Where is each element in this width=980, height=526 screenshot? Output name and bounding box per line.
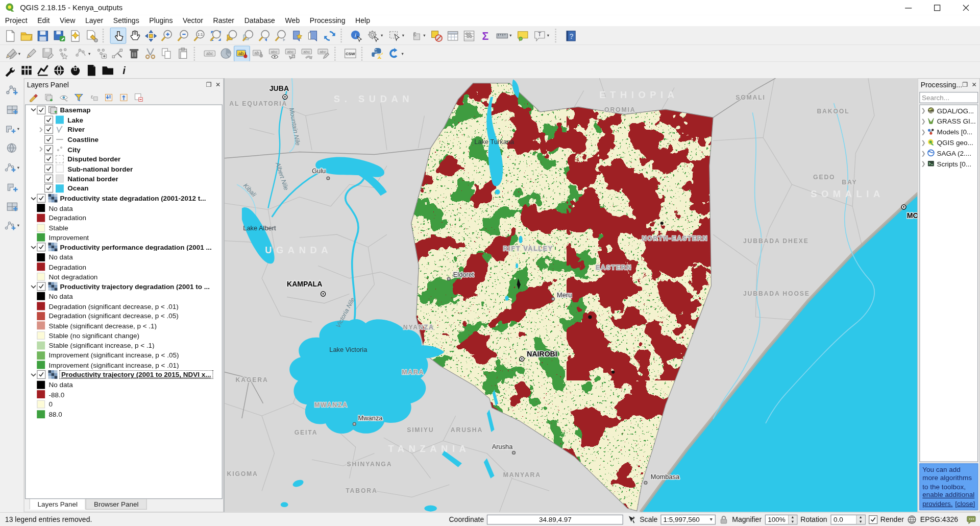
attribute-table-button[interactable] — [445, 28, 461, 44]
zoom-in-button[interactable] — [159, 28, 175, 44]
chevron-right-icon[interactable] — [37, 147, 44, 152]
add-vector-button[interactable] — [4, 82, 20, 98]
chevron-right-icon[interactable]: ❯ — [920, 139, 926, 145]
chevron-right-icon[interactable]: ❯ — [920, 118, 926, 124]
lp-remove-button[interactable] — [132, 91, 145, 105]
chevron-right-icon[interactable]: ❯ — [920, 150, 926, 156]
bookmark-new-button[interactable] — [289, 28, 305, 44]
layer-item-ocean[interactable]: Ocean — [26, 183, 222, 193]
plug-grid-button[interactable] — [18, 62, 35, 79]
label-pin-button[interactable] — [250, 45, 266, 62]
tab-browser-panel[interactable]: Browser Panel — [86, 499, 146, 510]
layer-item-river[interactable]: River — [26, 125, 222, 134]
zoom-next-button[interactable] — [273, 28, 289, 44]
chevron-right-icon[interactable]: ❯ — [920, 129, 926, 135]
menu-item-plugins[interactable]: Plugins — [144, 15, 178, 26]
map-tips-button[interactable] — [514, 28, 531, 44]
measure-button[interactable]: ▾ — [493, 28, 514, 44]
legend-item-degradation[interactable]: Degradation — [26, 262, 222, 272]
plug-wrench-button[interactable] — [2, 62, 18, 79]
layer-item-coastline[interactable]: Coastline — [26, 134, 222, 144]
statistics-button[interactable] — [460, 28, 477, 44]
zoom-selection-button[interactable] — [224, 28, 240, 44]
layer-item-lake[interactable]: Lake — [26, 115, 222, 125]
csw-button[interactable] — [342, 45, 358, 62]
panel-float-icon[interactable]: ❐ — [206, 82, 212, 88]
rotation-spinner[interactable]: 0.0▲▼ — [830, 514, 866, 524]
plug-folder-button[interactable] — [100, 62, 116, 79]
menu-item-vector[interactable]: Vector — [178, 15, 208, 26]
layer-checkbox[interactable] — [44, 184, 53, 193]
identify-button[interactable] — [348, 28, 364, 44]
copy-features-button[interactable] — [158, 45, 175, 62]
text-annotation-button[interactable]: ▾ — [531, 28, 552, 44]
layer-item-productivity-state-degradation-2001-2012[interactable]: Productivity state degradation (2001-201… — [26, 194, 222, 203]
lp-style-button[interactable] — [27, 91, 41, 105]
chevron-down-icon[interactable] — [30, 196, 37, 201]
map-canvas[interactable]: S. SUDANETHIOPIASOMALIAUGANDATANZANIAAL … — [224, 78, 917, 512]
menu-item-edit[interactable]: Edit — [32, 15, 55, 26]
legend-item-no-data[interactable]: No data — [26, 252, 222, 262]
panel-close-icon[interactable]: ✕ — [972, 82, 977, 88]
processing-provider-models-0[interactable]: ❯Models [0... — [920, 126, 977, 137]
layer-item-national-border[interactable]: National border — [26, 174, 222, 183]
crs-globe-icon[interactable] — [907, 514, 917, 524]
layer-item-productivity-trajectory-degradation-2001[interactable]: Productivity trajectory degradation (200… — [26, 281, 222, 291]
close-notice-link[interactable]: [close] — [955, 499, 975, 508]
legend-item-stable-significant-increase-p-1-[interactable]: Stable (significant increase, p < .1) — [26, 341, 222, 350]
layer-checkbox[interactable] — [37, 243, 45, 252]
legend-item-not-degradation[interactable]: Not degradation — [26, 272, 222, 281]
layer-item-productivity-performance-degradation-200[interactable]: Productivity performance degradation (20… — [26, 243, 222, 252]
chevron-down-icon[interactable] — [30, 372, 37, 377]
lp-add-group-button[interactable] — [42, 91, 56, 105]
add-feature-button[interactable] — [56, 45, 72, 62]
save-as-button[interactable] — [51, 28, 67, 44]
plug-globe-button[interactable] — [51, 62, 67, 79]
layer-item-city[interactable]: City — [26, 145, 222, 154]
layer-item-disputed-border[interactable]: Disputed border — [26, 154, 222, 164]
legend-item-degradation-significant-decrease-p-01-[interactable]: Degradation (significant decrease, p < .… — [26, 301, 222, 311]
layer-checkbox[interactable] — [44, 174, 53, 183]
bookmark-show-button[interactable] — [305, 28, 322, 44]
legend-item-stable[interactable]: Stable — [26, 223, 222, 232]
pan-button[interactable] — [126, 28, 142, 44]
save-button[interactable] — [34, 28, 51, 44]
layer-checkbox[interactable] — [44, 164, 53, 173]
cut-features-button[interactable] — [142, 45, 158, 62]
tab-layers-panel[interactable]: Layers Panel — [30, 499, 86, 510]
add-ring-button[interactable] — [93, 45, 109, 62]
label-abc-button[interactable] — [201, 45, 217, 62]
label-pie-button[interactable] — [217, 45, 234, 62]
legend-item-improvement-significant-increase-p-05-[interactable]: Improvement (significant increase, p < .… — [26, 350, 222, 360]
legend-item-stable-no-significant-change-[interactable]: Stable (no significant change) — [26, 331, 222, 341]
processing-provider-gdal-og[interactable]: ❯GDAL/OG... — [920, 105, 977, 116]
add-spatialite-button[interactable] — [4, 198, 20, 214]
paste-features-button[interactable] — [175, 45, 191, 62]
layer-item-basemap[interactable]: Basemap — [26, 105, 222, 115]
minimize-button[interactable] — [894, 0, 922, 15]
layer-checkbox[interactable] — [44, 155, 53, 163]
chevron-down-icon[interactable] — [30, 245, 37, 250]
new-shapefile-button[interactable]: ▾ — [4, 121, 20, 137]
panel-close-icon[interactable]: ✕ — [215, 82, 220, 88]
menu-item-view[interactable]: View — [55, 15, 80, 26]
legend-item-no-data[interactable]: No data — [26, 203, 222, 213]
plug-page-button[interactable] — [83, 62, 100, 79]
delete-selected-button[interactable] — [126, 45, 142, 62]
menu-item-help[interactable]: Help — [350, 15, 375, 26]
current-edits-button[interactable]: ▾ — [2, 45, 23, 62]
lp-collapse-button[interactable] — [117, 91, 131, 105]
sum-features-button[interactable] — [477, 28, 493, 44]
scale-lock-icon[interactable] — [719, 514, 729, 524]
feature-action-button[interactable]: ▾ — [364, 28, 386, 44]
zoom-full-button[interactable] — [208, 28, 224, 44]
deselect-all-button[interactable] — [428, 28, 445, 44]
layer-item-sub-national-border[interactable]: Sub-national border — [26, 164, 222, 174]
scale-combo[interactable]: 1:5,997,560▼ — [661, 514, 716, 524]
menu-item-database[interactable]: Database — [239, 15, 280, 26]
plug-upload-button[interactable] — [67, 62, 83, 79]
label-edit-button[interactable] — [315, 45, 331, 62]
processing-provider-qgis-geo[interactable]: ❯QGIS geo... — [920, 137, 977, 148]
plug-chart-button[interactable] — [34, 62, 51, 79]
legend-item-no-data[interactable]: No data — [26, 380, 222, 390]
